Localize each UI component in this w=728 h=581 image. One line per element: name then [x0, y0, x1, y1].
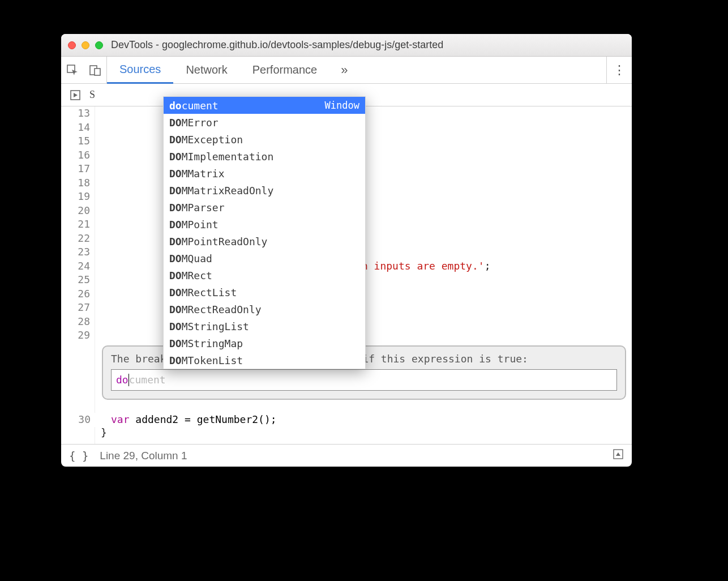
statusbar: { } Line 29, Column 1 [61, 444, 632, 467]
autocomplete-match: DO [169, 270, 182, 281]
devtools-tabbar: Sources Network Performance » ⋮ [61, 57, 632, 84]
tab-performance[interactable]: Performance [240, 57, 330, 83]
code-text: } [101, 426, 107, 438]
minimize-window-button[interactable] [82, 41, 89, 49]
device-toggle-icon[interactable] [84, 57, 106, 83]
svg-rect-2 [95, 69, 100, 75]
line-number[interactable]: 13 [61, 106, 90, 121]
line-number[interactable]: 14 [61, 121, 90, 135]
autocomplete-match: DO [169, 151, 182, 163]
pretty-print-icon[interactable]: { } [69, 450, 88, 462]
code-after-panel: 30 var addend2 = getNumber2(); [61, 413, 632, 427]
line-number[interactable]: 21 [61, 217, 90, 232]
autocomplete-type-hint: Window [325, 100, 359, 111]
devtools-window: DevTools - googlechrome.github.io/devtoo… [61, 34, 632, 467]
autocomplete-item[interactable]: DOMError [164, 114, 365, 131]
autocomplete-item[interactable]: DOMRectReadOnly [164, 301, 365, 318]
line-number[interactable]: 18 [61, 176, 90, 190]
line-number[interactable]: 24 [61, 259, 90, 274]
tabs-overflow-button[interactable]: » [329, 63, 359, 78]
autocomplete-rest: MQuad [182, 253, 212, 264]
tab-performance-label: Performance [252, 63, 318, 76]
autocomplete-match: DO [169, 134, 182, 146]
autocomplete-rest: MMatrixReadOnly [182, 185, 274, 196]
snippet-indicator: S [84, 87, 101, 104]
line-number[interactable]: 16 [61, 148, 90, 163]
autocomplete-item[interactable]: DOMStringMap [164, 335, 365, 352]
line-number[interactable]: 26 [61, 287, 90, 301]
autocomplete-rest: MRect [182, 270, 212, 281]
autocomplete-match: DO [169, 354, 182, 366]
autocomplete-match: DO [169, 236, 182, 247]
autocomplete-rest: cument [182, 100, 219, 112]
autocomplete-item[interactable]: DOMImplementation [164, 148, 365, 165]
window-title: DevTools - googlechrome.github.io/devtoo… [111, 39, 443, 51]
line-number[interactable]: 17 [61, 162, 90, 176]
autocomplete-rest: MImplementation [182, 151, 274, 163]
autocomplete-rest: MRectList [182, 287, 237, 298]
autocomplete-match: DO [169, 168, 182, 180]
line-number[interactable]: 20 [61, 204, 90, 218]
breakpoint-condition-input[interactable]: document [111, 369, 617, 391]
inspect-element-icon[interactable] [61, 57, 84, 83]
autocomplete-item[interactable]: documentWindow [164, 97, 365, 114]
autocomplete-item[interactable]: DOMParser [164, 199, 365, 216]
autocomplete-rest: MTokenList [182, 354, 243, 366]
breakpoint-typed-text: do [116, 373, 129, 387]
breakpoint-ghost-text: cument [129, 373, 166, 387]
tab-sources-label: Sources [119, 63, 161, 76]
line-number[interactable]: 15 [61, 134, 90, 148]
autocomplete-rest: MPoint [182, 219, 219, 230]
autocomplete-item[interactable]: DOMMatrixReadOnly [164, 182, 365, 199]
autocomplete-match: DO [169, 219, 182, 230]
zoom-window-button[interactable] [95, 41, 103, 49]
line-number[interactable]: 19 [61, 190, 90, 204]
autocomplete-match: DO [169, 185, 182, 196]
autocomplete-item[interactable]: DOMMatrix [164, 165, 365, 182]
line-gutter[interactable]: 13 14 15 16 17 18 19 20 21 22 23 24 25 2… [61, 106, 95, 444]
tab-network[interactable]: Network [173, 57, 239, 83]
autocomplete-rest: MStringMap [182, 338, 243, 349]
cursor-position-label: Line 29, Column 1 [100, 450, 187, 462]
autocomplete-item[interactable]: DOMException [164, 131, 365, 148]
autocomplete-popup[interactable]: documentWindowDOMErrorDOMExceptionDOMImp… [163, 96, 366, 369]
line-number[interactable]: 25 [61, 273, 90, 287]
autocomplete-rest: MRectReadOnly [182, 304, 262, 315]
autocomplete-item[interactable]: DOMPoint [164, 216, 365, 233]
autocomplete-rest: MParser [182, 202, 225, 213]
line-number[interactable]: 23 [61, 245, 90, 259]
close-window-button[interactable] [68, 41, 76, 49]
line-number[interactable]: 29 [61, 328, 90, 343]
settings-menu-icon[interactable]: ⋮ [607, 57, 632, 83]
autocomplete-item[interactable]: DOMPointReadOnly [164, 233, 365, 250]
autocomplete-rest: MError [182, 117, 219, 129]
autocomplete-item[interactable]: DOMStringList [164, 318, 365, 335]
autocomplete-item[interactable]: DOMTokenList [164, 352, 365, 369]
autocomplete-rest: MStringList [182, 321, 249, 332]
line-number[interactable]: 22 [61, 232, 90, 246]
autocomplete-match: DO [169, 117, 182, 129]
traffic-lights [68, 41, 103, 49]
titlebar: DevTools - googlechrome.github.io/devtoo… [61, 34, 632, 57]
resume-script-icon[interactable] [67, 87, 84, 104]
autocomplete-rest: MMatrix [182, 168, 225, 180]
autocomplete-match: DO [169, 202, 182, 213]
autocomplete-item[interactable]: DOMRectList [164, 284, 365, 301]
autocomplete-match: DO [169, 253, 182, 264]
tab-network-label: Network [186, 63, 227, 76]
autocomplete-rest: MPointReadOnly [182, 236, 268, 247]
autocomplete-match: DO [169, 321, 182, 332]
autocomplete-item[interactable]: DOMQuad [164, 250, 365, 267]
line-number[interactable]: 30 [61, 413, 91, 427]
autocomplete-match: DO [169, 287, 182, 298]
autocomplete-match: DO [169, 338, 182, 349]
autocomplete-item[interactable]: DOMRect [164, 267, 365, 284]
autocomplete-match: do [169, 100, 182, 112]
autocomplete-rest: MException [182, 134, 243, 146]
autocomplete-match: DO [169, 304, 182, 315]
line-number[interactable]: 27 [61, 301, 90, 315]
tab-sources[interactable]: Sources [107, 57, 173, 84]
collapse-panel-icon[interactable] [613, 448, 624, 463]
line-number[interactable]: 28 [61, 315, 90, 329]
